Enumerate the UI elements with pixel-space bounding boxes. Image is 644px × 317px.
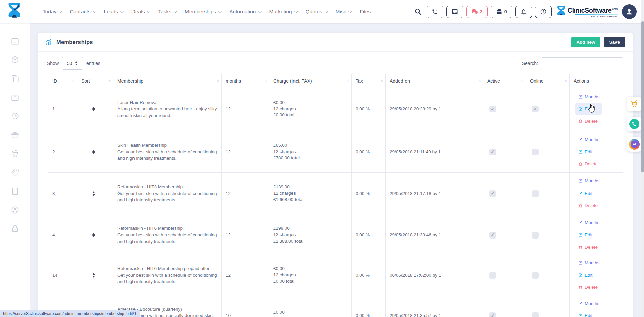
help-button[interactable]: ? — [535, 6, 552, 18]
delete-link[interactable]: Delete — [578, 118, 598, 125]
active-checkbox[interactable] — [489, 190, 496, 197]
online-checkbox[interactable] — [532, 106, 539, 112]
search-input[interactable] — [541, 57, 623, 69]
delete-link[interactable]: Delete — [578, 161, 598, 167]
cell-charge: £0.0012 charges — [269, 295, 352, 317]
save-button[interactable]: Save — [604, 37, 625, 47]
months-link[interactable]: Months — [578, 300, 599, 307]
column-header-membership[interactable]: Membership↑↓ — [113, 74, 222, 87]
months-link[interactable]: Months — [578, 260, 599, 266]
nav-item-memberships[interactable]: Memberships — [185, 9, 221, 15]
register-button[interactable]: 0 — [491, 6, 512, 18]
drag-sort-icon[interactable] — [92, 150, 95, 154]
memberships-table: ID↑↓Sort↑↓Membership↑↓months↑↓Charge (In… — [48, 74, 623, 317]
column-header-charge-incl-tax-[interactable]: Charge (Incl. TAX)↑↓ — [269, 74, 352, 87]
edit-link[interactable]: Edit — [578, 232, 592, 239]
edit-link[interactable]: Edit — [578, 312, 592, 317]
ai-widget[interactable]: AI — [627, 137, 642, 152]
notifications-button[interactable] — [515, 6, 532, 18]
months-link[interactable]: Months — [578, 94, 599, 100]
active-checkbox[interactable] — [489, 149, 496, 155]
sort-arrows-icon: ↑↓ — [478, 79, 480, 83]
edit-link[interactable]: Edit — [575, 103, 602, 115]
nav-item-quotes[interactable]: Quotes — [306, 9, 327, 15]
logo-hourglass-icon[interactable] — [7, 2, 21, 21]
scrollbar-thumb[interactable] — [641, 21, 644, 172]
months-link[interactable]: Months — [578, 136, 599, 143]
cell-charge: £65.0012 charges£780.00 total — [269, 131, 352, 172]
cart-icon[interactable] — [11, 149, 19, 158]
edit-link[interactable]: Edit — [578, 149, 592, 155]
column-header-id[interactable]: ID↑↓ — [48, 74, 77, 87]
cell-months: 12 — [222, 173, 269, 214]
months-link[interactable]: Months — [578, 178, 599, 184]
phone-button[interactable] — [427, 6, 443, 18]
table-controls: Show 50 entries Search: — [47, 57, 623, 70]
column-header-sort[interactable]: Sort↑↓ — [77, 74, 113, 87]
nav-item-contacts[interactable]: Contacts — [70, 9, 95, 15]
delete-link[interactable]: Delete — [578, 284, 598, 291]
add-new-button[interactable]: Add new — [571, 37, 600, 47]
sort-arrows-icon: ↑↓ — [264, 79, 266, 83]
chat-button[interactable]: 3 — [466, 6, 488, 18]
gift-icon[interactable] — [11, 130, 19, 139]
cell-id: 4 — [48, 214, 77, 256]
active-checkbox[interactable] — [489, 232, 496, 239]
nav-item-marketing[interactable]: Marketing — [269, 9, 297, 15]
online-checkbox[interactable] — [532, 272, 539, 279]
tag-icon[interactable] — [11, 168, 19, 177]
active-checkbox[interactable] — [489, 272, 496, 279]
nav-item-files[interactable]: Files — [360, 9, 371, 15]
account-icon[interactable] — [11, 206, 19, 214]
report-icon[interactable] — [11, 187, 19, 196]
sort-arrows-icon: ↑↓ — [381, 79, 383, 83]
scrollbar-track[interactable] — [641, 0, 644, 317]
help-icon: ? — [540, 8, 547, 15]
drag-sort-icon[interactable] — [92, 191, 95, 196]
online-checkbox[interactable] — [532, 232, 539, 239]
nav-item-today[interactable]: Today — [43, 9, 61, 15]
nav-item-leads[interactable]: Leads — [104, 9, 123, 15]
edit-link[interactable]: Edit — [578, 272, 592, 279]
user-avatar[interactable] — [622, 4, 637, 19]
sort-arrows-icon: ↑↓ — [346, 79, 348, 83]
column-header-active[interactable]: Active↑↓ — [483, 74, 526, 87]
edit-link[interactable]: Edit — [578, 190, 592, 197]
inbox-button[interactable] — [446, 6, 463, 18]
copy-icon[interactable] — [11, 74, 19, 83]
cell-active — [483, 173, 526, 214]
search-icon[interactable] — [412, 6, 424, 18]
brand-logo[interactable]: ClinicSoftware.com TEN STEPS AHEAD — [557, 6, 618, 18]
online-checkbox[interactable] — [532, 312, 539, 317]
drag-sort-icon[interactable] — [92, 233, 95, 237]
package-icon[interactable] — [11, 55, 19, 64]
nav-item-tasks[interactable]: Tasks — [158, 9, 176, 15]
nav-item-automation[interactable]: Automation — [229, 9, 260, 15]
months-link[interactable]: Months — [578, 219, 599, 226]
history-icon[interactable] — [11, 112, 19, 120]
online-checkbox[interactable] — [532, 149, 539, 155]
active-checkbox[interactable] — [489, 312, 496, 317]
delete-link[interactable]: Delete — [578, 202, 598, 209]
calendar-import-icon[interactable] — [11, 93, 19, 102]
column-header-added-on[interactable]: Added on↑↓ — [386, 74, 483, 87]
column-header-months[interactable]: months↑↓ — [222, 74, 269, 87]
drag-sort-icon[interactable] — [92, 107, 95, 111]
column-header-tax[interactable]: Tax↑↓ — [352, 74, 386, 87]
nav-item-misc[interactable]: Misc — [336, 9, 351, 15]
drag-sort-icon[interactable] — [92, 273, 95, 278]
svg-text:?: ? — [542, 10, 544, 14]
page-size-select[interactable]: 50 — [62, 57, 83, 70]
cell-added-on: 29/05/2018 21:11:49 by 1 — [386, 131, 483, 172]
cell-actions: MonthsEditDelete — [570, 295, 623, 317]
active-checkbox[interactable] — [489, 106, 496, 112]
lock-icon[interactable] — [11, 224, 19, 233]
online-checkbox[interactable] — [532, 190, 539, 197]
call-widget[interactable] — [627, 117, 642, 131]
nav-item-deals[interactable]: Deals — [131, 9, 150, 15]
months-icon — [578, 261, 583, 265]
cart-widget[interactable] — [627, 97, 642, 111]
column-header-online[interactable]: Online↑↓ — [526, 74, 570, 87]
calendar-icon[interactable]: 12 — [11, 37, 19, 45]
delete-link[interactable]: Delete — [578, 244, 598, 251]
